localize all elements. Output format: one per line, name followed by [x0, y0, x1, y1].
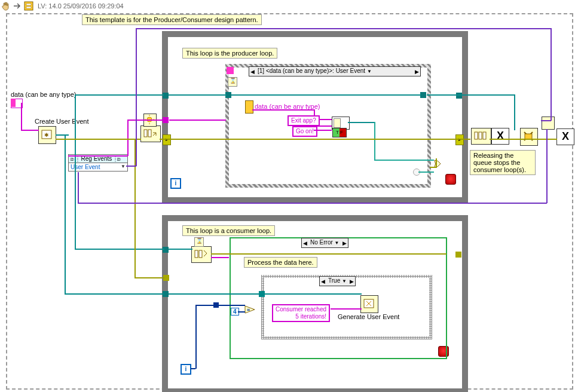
exit-app-label: Exit app?	[288, 115, 320, 126]
wire	[21, 103, 22, 130]
wire	[65, 293, 164, 295]
vi-icon[interactable]	[24, 1, 33, 11]
svg-text:=: =	[247, 307, 250, 313]
wire	[78, 203, 547, 204]
producer-stop[interactable]	[445, 174, 456, 185]
wire	[136, 28, 551, 29]
tf-indicator: T F	[332, 128, 347, 137]
queue-icon	[143, 127, 157, 139]
equal-icon: =	[244, 305, 255, 314]
wire	[195, 305, 245, 306]
unreg-events-node[interactable]	[542, 117, 555, 130]
consumer-i: i	[181, 364, 191, 375]
svg-rect-3	[483, 132, 486, 139]
wire	[551, 28, 552, 121]
wire	[127, 120, 129, 156]
destroy-x-2[interactable]: X	[556, 128, 574, 145]
producer-i: i	[170, 178, 181, 189]
gen-event-label: Generate User Event	[338, 313, 399, 320]
tunnel	[213, 302, 219, 308]
wire	[78, 172, 79, 203]
register-events-node[interactable]: ⎄ ┆ Reg Events ┆⎄ User Event	[68, 154, 128, 172]
wire	[75, 249, 164, 250]
wire	[75, 94, 164, 96]
destroy-event-node[interactable]	[520, 128, 538, 146]
wire	[314, 130, 332, 131]
arrow-icon[interactable]	[13, 1, 22, 11]
go-on-label: Go on!	[292, 126, 317, 137]
data-constant-handle	[11, 99, 16, 107]
wire	[319, 119, 332, 120]
shift-register-left: ▸	[163, 134, 171, 145]
tunnel	[259, 291, 265, 297]
create-user-event-node[interactable]: ✱	[38, 126, 56, 144]
wire	[169, 120, 226, 121]
wire	[374, 122, 375, 160]
tunnel	[420, 92, 426, 98]
data-type-label: data (can be any type)	[11, 91, 76, 98]
no-error-selector[interactable]: No Error ▼	[301, 238, 348, 248]
wire	[134, 277, 164, 278]
wire	[21, 130, 39, 131]
wire	[348, 122, 375, 123]
wire	[430, 167, 437, 168]
wire	[238, 311, 245, 313]
wire	[126, 166, 136, 167]
consumer-msg: Consumer reached 5 iterations!	[272, 304, 330, 322]
wire	[374, 160, 434, 161]
wire	[68, 155, 128, 157]
event-case-label: [1] <data (can be any type)>: User Event	[258, 68, 365, 74]
queue-out-icon	[194, 248, 208, 260]
event-case-selector[interactable]: [1] <data (can be any type)>: User Event…	[249, 66, 421, 76]
svg-rect-14	[195, 250, 198, 258]
wire	[462, 94, 515, 96]
wire	[514, 94, 515, 130]
tunnel	[455, 252, 461, 258]
wire	[265, 293, 362, 295]
wire	[75, 94, 76, 249]
wire	[195, 305, 197, 369]
svg-text:✱: ✱	[44, 132, 49, 138]
wire	[211, 257, 229, 258]
svg-rect-2	[479, 132, 482, 139]
tunnel	[163, 93, 169, 99]
wire	[169, 94, 227, 96]
svg-rect-7	[144, 130, 147, 137]
create-event-label: Create User Event	[35, 118, 88, 125]
template-note: This template is for the Producer/Consum…	[82, 14, 262, 25]
wire	[427, 94, 462, 96]
wire	[127, 120, 164, 121]
wire	[211, 253, 447, 255]
dequeue-timeout: ⌛	[194, 237, 204, 247]
wire	[65, 134, 66, 293]
producer-note: This loop is the producer loop.	[182, 48, 277, 59]
svg-rect-15	[199, 250, 202, 258]
true-selector[interactable]: True ▼	[319, 276, 356, 286]
wire	[169, 293, 264, 295]
wire	[331, 308, 362, 310]
wire	[56, 134, 69, 136]
svg-rect-8	[148, 130, 151, 137]
generate-user-event-node[interactable]	[360, 295, 378, 313]
true-case-label: True	[328, 277, 340, 284]
process-note: Process the data here.	[244, 257, 317, 268]
destroy-x-1[interactable]: X	[491, 128, 509, 145]
wire	[56, 139, 141, 140]
wire	[418, 172, 434, 173]
wire	[436, 158, 437, 167]
block-diagram: LV: 14.0 25/09/2016 09:29:04 This templa…	[0, 0, 578, 392]
wire	[252, 109, 314, 111]
svg-rect-1	[475, 132, 478, 139]
svg-rect-0	[25, 2, 33, 10]
event-data-node	[245, 100, 253, 114]
wire	[136, 28, 137, 166]
dynamic-event-terminal	[227, 67, 234, 74]
tunnel	[456, 93, 462, 99]
hand-tool-icon[interactable]	[1, 1, 11, 11]
release-note: Releasing the queue stops the consumer l…	[470, 150, 536, 175]
wire	[231, 94, 421, 96]
toolbar: LV: 14.0 25/09/2016 09:29:04	[1, 1, 124, 11]
wire	[160, 139, 470, 140]
shift-register-right: ▸	[455, 134, 464, 145]
wire	[191, 368, 195, 369]
